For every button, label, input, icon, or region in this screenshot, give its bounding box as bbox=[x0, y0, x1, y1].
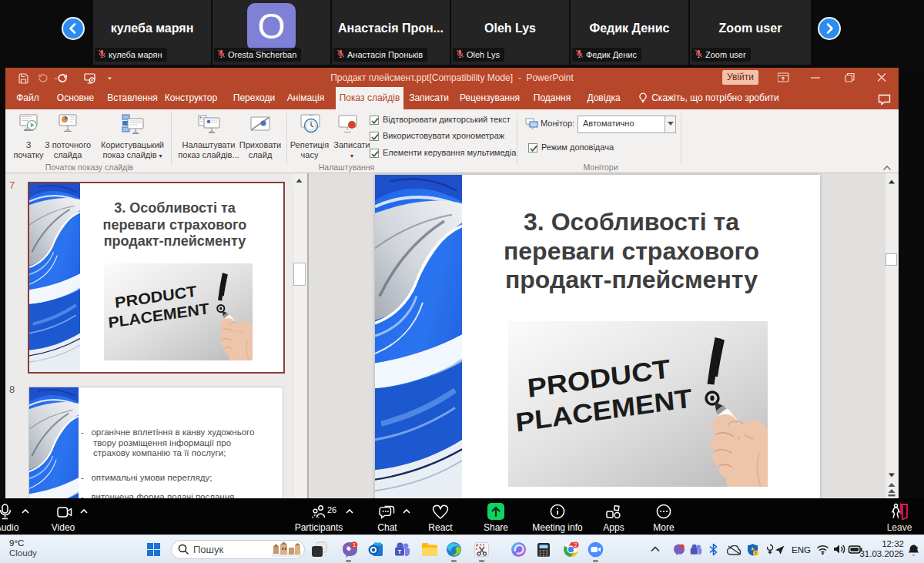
svg-text:!: ! bbox=[755, 551, 757, 555]
svg-text:z: z bbox=[916, 545, 919, 550]
svg-text:1: 1 bbox=[353, 541, 356, 548]
svg-text:T: T bbox=[398, 548, 402, 555]
svg-text:2: 2 bbox=[574, 542, 578, 548]
